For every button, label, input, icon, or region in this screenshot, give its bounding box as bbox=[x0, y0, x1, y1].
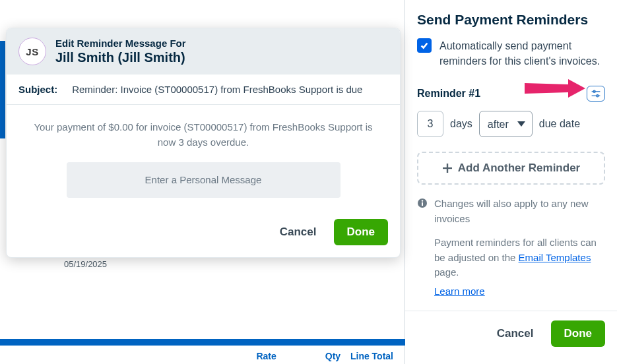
modal-header: JS Edit Reminder Message For Jill Smith … bbox=[7, 28, 400, 75]
reminder-header: Reminder #1 bbox=[417, 86, 605, 102]
info-row: Changes will also apply to any new invoi… bbox=[417, 197, 605, 299]
info-line2: Payment reminders for all clients can be… bbox=[434, 235, 605, 280]
avatar-initials: JS bbox=[26, 46, 38, 57]
svg-rect-10 bbox=[422, 202, 423, 206]
auto-reminder-row: Automatically send payment reminders for… bbox=[417, 38, 605, 69]
panel-actions: Cancel Done bbox=[417, 311, 605, 357]
cancel-button[interactable]: Cancel bbox=[280, 226, 317, 239]
col-rate: Rate bbox=[206, 351, 276, 361]
done-button[interactable]: Done bbox=[334, 219, 389, 245]
reminder-config-row: days after due date bbox=[417, 111, 605, 137]
accent-strip bbox=[0, 41, 5, 138]
reminders-panel: Send Payment Reminders Automatically sen… bbox=[405, 0, 617, 364]
personal-message-placeholder: Enter a Personal Message bbox=[145, 174, 262, 185]
invoice-date: 05/19/2025 bbox=[64, 259, 107, 269]
svg-marker-0 bbox=[525, 79, 585, 98]
add-reminder-label: Add Another Reminder bbox=[458, 162, 580, 175]
info-text: Changes will also apply to any new invoi… bbox=[434, 197, 605, 299]
col-qty: Qty bbox=[276, 351, 341, 361]
timing-select[interactable]: after bbox=[479, 111, 533, 137]
info-icon bbox=[417, 198, 428, 208]
edit-reminder-modal: JS Edit Reminder Message For Jill Smith … bbox=[6, 28, 401, 258]
table-header-bar bbox=[0, 339, 405, 346]
add-reminder-button[interactable]: Add Another Reminder bbox=[417, 152, 605, 185]
invoice-area: 05/19/2025 Rate Qty Line Total JS Edit R… bbox=[0, 0, 405, 364]
email-templates-link[interactable]: Email Templates bbox=[519, 252, 591, 263]
personal-message-input[interactable]: Enter a Personal Message bbox=[67, 162, 341, 198]
modal-header-text: Edit Reminder Message For Jill Smith (Ji… bbox=[55, 38, 186, 65]
reminder-title: Reminder #1 bbox=[417, 88, 480, 100]
reminder-body-text: Your payment of $0.00 for invoice (ST000… bbox=[33, 119, 373, 150]
days-label: days bbox=[450, 118, 472, 130]
avatar: JS bbox=[18, 38, 46, 65]
table-header-row: Rate Qty Line Total bbox=[0, 351, 405, 361]
panel-title: Send Payment Reminders bbox=[417, 12, 605, 28]
modal-body: Your payment of $0.00 for invoice (ST000… bbox=[7, 105, 400, 210]
subject-row: Subject: Reminder: Invoice (ST00000517) … bbox=[7, 75, 400, 105]
subject-label: Subject: bbox=[18, 84, 57, 95]
panel-cancel-button[interactable]: Cancel bbox=[497, 327, 534, 340]
modal-actions: Cancel Done bbox=[7, 210, 400, 257]
reminder-settings-button[interactable] bbox=[587, 86, 605, 102]
col-line-total: Line Total bbox=[341, 351, 405, 361]
auto-reminder-checkbox[interactable] bbox=[417, 38, 432, 53]
info-line1: Changes will also apply to any new invoi… bbox=[434, 197, 605, 226]
auto-reminder-label: Automatically send payment reminders for… bbox=[439, 38, 605, 69]
svg-point-9 bbox=[422, 200, 423, 202]
due-date-label: due date bbox=[539, 118, 580, 130]
modal-title-prefix: Edit Reminder Message For bbox=[55, 38, 186, 49]
subject-value[interactable]: Reminder: Invoice (ST00000517) from Fres… bbox=[72, 84, 362, 95]
plus-icon bbox=[442, 163, 453, 173]
pointer-arrow bbox=[525, 76, 585, 106]
days-input[interactable] bbox=[417, 111, 443, 137]
modal-title-client: Jill Smith (Jill Smith) bbox=[55, 50, 186, 65]
panel-done-button[interactable]: Done bbox=[551, 320, 606, 347]
sliders-icon bbox=[591, 89, 601, 98]
learn-more-link[interactable]: Learn more bbox=[434, 284, 485, 299]
